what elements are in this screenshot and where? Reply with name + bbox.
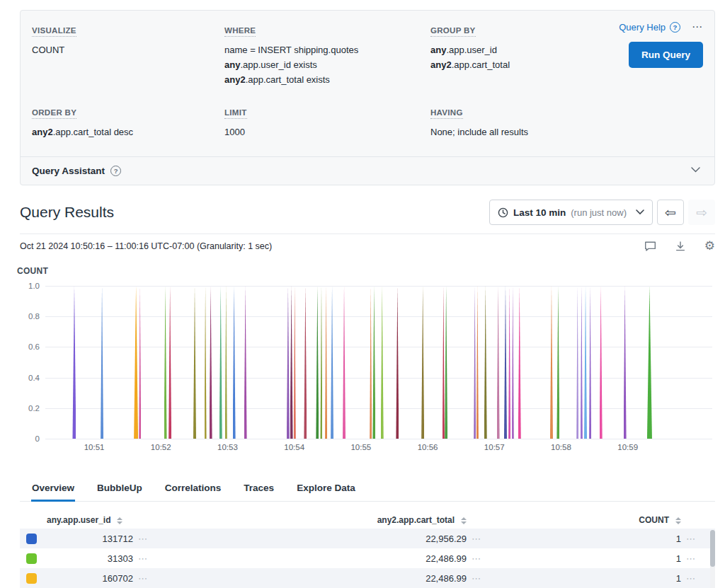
tab-explore-data[interactable]: Explore Data (296, 478, 356, 502)
chart-spike (193, 286, 196, 439)
query-clause[interactable]: any.app.user_id exists (224, 57, 430, 72)
order-by-section: ORDER BY any2.app.cart_total desc (32, 105, 224, 139)
table-row[interactable]: 160702⋯22,486.99⋯1⋯ (20, 568, 715, 588)
gear-icon[interactable]: ⚙ (704, 240, 715, 252)
query-clause[interactable]: any2.app.cart_total (430, 57, 580, 72)
limit-label: LIMIT (224, 108, 247, 119)
query-assistant-toggle[interactable]: Query Assistant ? (21, 156, 714, 185)
query-clause[interactable]: 1000 (224, 125, 430, 139)
tab-bubbleup[interactable]: BubbleUp (96, 478, 143, 502)
query-clause[interactable]: any.app.user_id (430, 42, 580, 57)
history-forward-button[interactable]: ⇨ (688, 200, 715, 225)
chart-spike (476, 286, 479, 439)
table-row[interactable]: 31303⋯22,486.99⋯1⋯ (20, 548, 715, 568)
column-header-cart-total[interactable]: any2.app.cart_total (152, 515, 467, 525)
where-label: WHERE (224, 26, 256, 37)
gridline (45, 439, 712, 439)
y-axis-label: 0.8 (16, 312, 40, 321)
limit-clauses: 1000 (224, 125, 430, 139)
table-row[interactable]: 131712⋯22,956.29⋯1⋯ (20, 529, 715, 548)
chart-spike (550, 286, 553, 439)
gridline (45, 316, 712, 317)
row-menu-icon[interactable]: ⋯ (133, 573, 152, 584)
chart-spike (219, 286, 222, 439)
row-menu-icon[interactable]: ⋯ (133, 534, 152, 544)
gridline (45, 286, 712, 287)
group-by-clauses: any.app.user_idany2.app.cart_total (430, 42, 580, 72)
chart-spike (320, 286, 322, 439)
chart-spike (205, 286, 207, 439)
chart-spike (316, 286, 319, 439)
chart-spike (101, 286, 103, 439)
chart-spike (443, 286, 445, 439)
scrollbar-thumb[interactable] (710, 530, 715, 567)
where-clauses: name = INSERT shipping.quotesany.app.use… (224, 42, 430, 87)
cell-cart-total: 22,486.99 (152, 573, 467, 584)
series-color-swatch (26, 573, 37, 584)
query-clause[interactable]: name = INSERT shipping.quotes (224, 42, 430, 57)
query-clause[interactable]: any2.app.cart_total exists (224, 72, 430, 87)
x-axis-label: 10:51 (84, 443, 105, 451)
table-scrollbar[interactable] (710, 530, 715, 588)
chart-spike (244, 286, 247, 439)
chevron-down-icon (636, 209, 644, 215)
series-color-swatch (26, 553, 37, 564)
query-help-link[interactable]: Query Help ? (619, 22, 680, 33)
time-range-suffix: (run just now) (571, 207, 627, 218)
chart-spike (421, 286, 424, 439)
query-clause[interactable]: None; include all results (430, 125, 580, 139)
tab-overview[interactable]: Overview (31, 478, 75, 502)
y-axis-label: 0.4 (16, 374, 40, 382)
forward-arrow-icon: ⇨ (696, 204, 707, 221)
run-query-button[interactable]: Run Query (629, 42, 703, 68)
gridline (45, 378, 712, 379)
cell-user-id: 160702 (47, 573, 133, 584)
plot-area[interactable]: 1.00.80.60.40.20 (45, 286, 712, 439)
row-menu-icon[interactable]: ⋯ (681, 553, 700, 564)
query-menu-button[interactable]: ⋯ (692, 21, 703, 33)
row-menu-icon[interactable]: ⋯ (467, 553, 485, 564)
y-axis-label: 0.6 (16, 342, 40, 351)
limit-section: LIMIT 1000 (224, 105, 430, 139)
results-table: any.app.user_id any2.app.cart_total COUN… (20, 512, 715, 588)
chart-spike (381, 286, 384, 439)
page-title: Query Results (20, 204, 114, 221)
chart-spike (225, 286, 227, 439)
comment-icon[interactable] (644, 241, 656, 252)
query-clause[interactable]: any2.app.cart_total desc (32, 125, 224, 139)
row-menu-icon[interactable]: ⋯ (133, 553, 152, 564)
x-axis: 10:5110:5210:5310:5410:5510:5610:5710:58… (45, 442, 712, 454)
tab-traces[interactable]: Traces (243, 478, 275, 502)
visualize-label: VISUALIZE (32, 26, 76, 37)
column-header-count[interactable]: COUNT (485, 515, 681, 525)
help-circle-icon: ? (670, 22, 680, 33)
clock-icon (498, 207, 508, 218)
chart-spike (304, 286, 307, 439)
sort-icon (675, 517, 681, 524)
group-by-label: GROUP BY (430, 26, 476, 37)
chart-title: COUNT (17, 266, 725, 276)
chart-spike (134, 286, 138, 439)
row-menu-icon[interactable]: ⋯ (681, 534, 700, 544)
chart-spike (290, 286, 293, 439)
tab-correlations[interactable]: Correlations (164, 478, 222, 502)
chart-spike (343, 286, 346, 439)
query-clause[interactable]: COUNT (32, 42, 224, 57)
chevron-down-icon[interactable] (691, 167, 700, 173)
column-header-user-id[interactable]: any.app.user_id (47, 515, 133, 525)
chart-spike (581, 286, 583, 439)
cell-count: 1 (485, 553, 681, 564)
chart-spike (518, 286, 521, 439)
row-menu-icon[interactable]: ⋯ (681, 573, 700, 584)
chart-spike (474, 286, 476, 439)
chart-spike (372, 286, 375, 439)
chart-spike (72, 286, 76, 439)
time-range-dropdown[interactable]: Last 10 min (run just now) (489, 200, 653, 225)
row-menu-icon[interactable]: ⋯ (467, 573, 485, 584)
download-icon[interactable] (675, 241, 686, 252)
table-body: 131712⋯22,956.29⋯1⋯31303⋯22,486.99⋯1⋯160… (20, 529, 715, 588)
row-menu-icon[interactable]: ⋯ (467, 534, 485, 544)
query-assistant-label: Query Assistant (32, 166, 105, 176)
chart-spike (504, 286, 507, 439)
history-back-button[interactable]: ⇦ (657, 200, 684, 225)
